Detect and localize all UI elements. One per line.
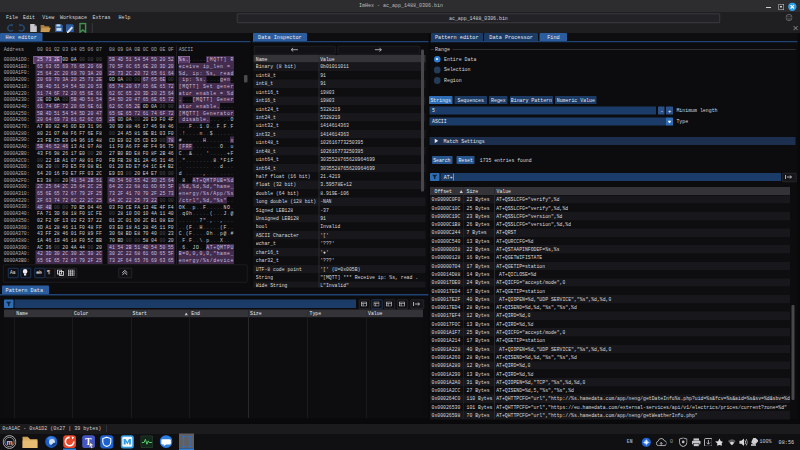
svg-text:m: m — [6, 438, 12, 445]
